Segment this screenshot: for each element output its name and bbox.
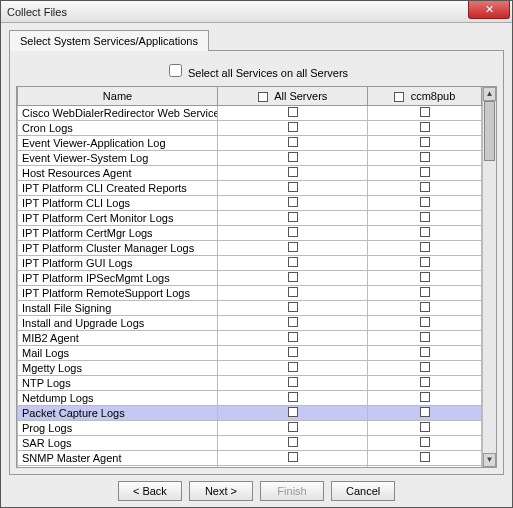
all-servers-checkbox[interactable] [288, 152, 298, 162]
server-checkbox[interactable] [420, 452, 430, 462]
wizard-button-row: < Back Next > Finish Cancel [9, 475, 504, 503]
all-servers-checkbox[interactable] [288, 197, 298, 207]
table-row[interactable]: Mgetty Logs [18, 360, 482, 375]
server-checkbox[interactable] [420, 242, 430, 252]
all-servers-checkbox[interactable] [288, 182, 298, 192]
all-servers-cell [218, 450, 368, 465]
all-servers-cell [218, 120, 368, 135]
scroll-down-arrow[interactable]: ▼ [483, 453, 496, 467]
scroll-up-arrow[interactable]: ▲ [483, 87, 496, 101]
table-row[interactable]: Cisco WebDialerRedirector Web Service [18, 105, 482, 120]
table-row[interactable]: SNMP Master Agent [18, 450, 482, 465]
all-servers-cell [218, 255, 368, 270]
server-checkbox[interactable] [420, 212, 430, 222]
all-servers-checkbox[interactable] [288, 347, 298, 357]
all-servers-checkbox[interactable] [288, 407, 298, 417]
server-checkbox[interactable] [420, 467, 430, 468]
all-servers-checkbox[interactable] [288, 167, 298, 177]
all-servers-checkbox[interactable] [288, 227, 298, 237]
all-servers-checkbox[interactable] [288, 302, 298, 312]
all-servers-checkbox[interactable] [288, 377, 298, 387]
all-servers-checkbox[interactable] [288, 422, 298, 432]
all-servers-checkbox[interactable] [288, 137, 298, 147]
server-checkbox[interactable] [420, 287, 430, 297]
server-checkbox[interactable] [420, 167, 430, 177]
services-table-scroll: Name All Servers ccm8pub [17, 87, 482, 467]
server-checkbox[interactable] [420, 437, 430, 447]
table-row[interactable]: IPT Platform CertMgr Logs [18, 225, 482, 240]
table-row[interactable]: MIB2 Agent [18, 330, 482, 345]
all-servers-checkbox[interactable] [288, 437, 298, 447]
server-checkbox[interactable] [420, 302, 430, 312]
table-row[interactable]: NTP Logs [18, 375, 482, 390]
all-servers-checkbox[interactable] [288, 392, 298, 402]
all-servers-checkbox[interactable] [288, 272, 298, 282]
back-button[interactable]: < Back [118, 481, 182, 501]
server-checkbox[interactable] [420, 152, 430, 162]
table-row[interactable]: IPT Platform Cluster Manager Logs [18, 240, 482, 255]
server-checkbox[interactable] [420, 122, 430, 132]
column-header-all-servers[interactable]: All Servers [218, 87, 368, 105]
server-checkbox[interactable] [420, 107, 430, 117]
table-row[interactable]: IPT Platform GUI Logs [18, 255, 482, 270]
server-checkbox[interactable] [420, 227, 430, 237]
table-row[interactable]: Prog Logs [18, 420, 482, 435]
all-servers-checkbox[interactable] [288, 257, 298, 267]
table-row[interactable]: IPT Platform RemoteSupport Logs [18, 285, 482, 300]
all-servers-header-checkbox[interactable] [258, 92, 268, 102]
all-servers-checkbox[interactable] [288, 467, 298, 468]
table-row[interactable]: IPT Platform Cert Monitor Logs [18, 210, 482, 225]
table-row[interactable]: Install and Upgrade Logs [18, 315, 482, 330]
table-row[interactable]: Cron Logs [18, 120, 482, 135]
server-checkbox[interactable] [420, 332, 430, 342]
table-row[interactable]: Mail Logs [18, 345, 482, 360]
table-row[interactable]: Netdump Logs [18, 390, 482, 405]
table-row[interactable]: IPT Platform IPSecMgmt Logs [18, 270, 482, 285]
all-servers-checkbox[interactable] [288, 122, 298, 132]
server-checkbox[interactable] [420, 347, 430, 357]
server-checkbox[interactable] [420, 197, 430, 207]
all-servers-checkbox[interactable] [288, 287, 298, 297]
tab-select-services[interactable]: Select System Services/Applications [9, 30, 209, 51]
all-servers-checkbox[interactable] [288, 332, 298, 342]
all-servers-checkbox[interactable] [288, 242, 298, 252]
all-servers-checkbox[interactable] [288, 212, 298, 222]
service-name-cell: IPT Platform Cert Monitor Logs [18, 210, 218, 225]
table-row[interactable]: Host Resources Agent [18, 165, 482, 180]
all-servers-checkbox[interactable] [288, 362, 298, 372]
server-checkbox[interactable] [420, 377, 430, 387]
server-checkbox[interactable] [420, 392, 430, 402]
server-checkbox[interactable] [420, 257, 430, 267]
vertical-scrollbar[interactable]: ▲ ▼ [482, 87, 496, 467]
select-all-checkbox[interactable] [169, 64, 182, 77]
table-row[interactable]: Event Viewer-System Log [18, 150, 482, 165]
select-all-label[interactable]: Select all Services on all Servers [165, 67, 348, 79]
service-name-cell: Cisco WebDialerRedirector Web Service [18, 105, 218, 120]
table-row[interactable]: Security Logs [18, 465, 482, 467]
server1-header-checkbox[interactable] [394, 92, 404, 102]
server-checkbox[interactable] [420, 362, 430, 372]
table-row[interactable]: Install File Signing [18, 300, 482, 315]
table-row[interactable]: Event Viewer-Application Log [18, 135, 482, 150]
scroll-thumb[interactable] [484, 101, 495, 161]
server-checkbox[interactable] [420, 407, 430, 417]
table-row[interactable]: IPT Platform CLI Created Reports [18, 180, 482, 195]
table-row[interactable]: Packet Capture Logs [18, 405, 482, 420]
close-button[interactable]: ✕ [468, 1, 510, 19]
column-header-server1[interactable]: ccm8pub [368, 87, 482, 105]
server-checkbox[interactable] [420, 317, 430, 327]
service-name-cell: Mail Logs [18, 345, 218, 360]
table-row[interactable]: SAR Logs [18, 435, 482, 450]
server-checkbox[interactable] [420, 137, 430, 147]
all-servers-checkbox[interactable] [288, 107, 298, 117]
all-servers-checkbox[interactable] [288, 317, 298, 327]
server-checkbox[interactable] [420, 422, 430, 432]
table-row[interactable]: IPT Platform CLI Logs [18, 195, 482, 210]
server-checkbox[interactable] [420, 182, 430, 192]
cancel-button[interactable]: Cancel [331, 481, 395, 501]
all-servers-checkbox[interactable] [288, 452, 298, 462]
server-checkbox[interactable] [420, 272, 430, 282]
next-button[interactable]: Next > [189, 481, 253, 501]
column-header-name[interactable]: Name [18, 87, 218, 105]
all-servers-cell [218, 210, 368, 225]
